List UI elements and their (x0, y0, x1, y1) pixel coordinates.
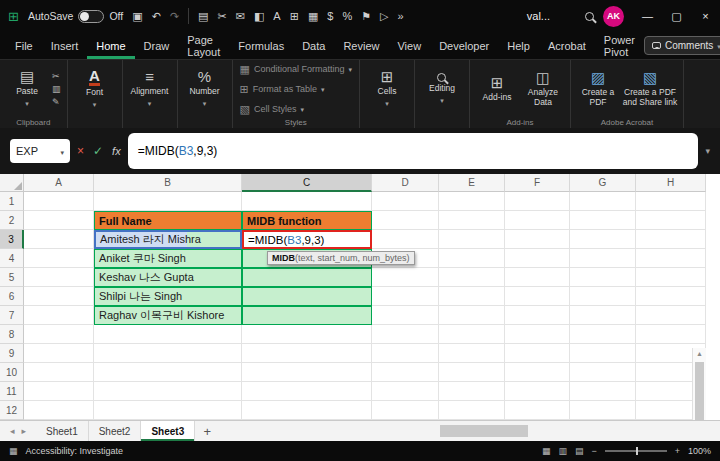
enter-formula-icon[interactable]: ✓ (93, 144, 103, 158)
column-header-a[interactable]: A (24, 174, 94, 192)
view-page-break-icon[interactable]: ▤ (575, 446, 584, 456)
menu-insert[interactable]: Insert (42, 32, 88, 59)
menu-review[interactable]: Review (334, 32, 388, 59)
tab-sheet1[interactable]: Sheet1 (36, 421, 89, 441)
app-launcher-icon[interactable]: ⊞ (8, 9, 19, 24)
cell-C3-formula[interactable]: =MIDB(B3,9,3) (242, 230, 372, 249)
percent-icon[interactable]: % (342, 10, 352, 22)
column-header-h[interactable]: H (636, 174, 706, 192)
row-header-2[interactable]: 2 (0, 211, 24, 230)
menu-power-pivot[interactable]: Power Pivot (595, 32, 644, 59)
horizontal-scroll-thumb[interactable] (440, 425, 528, 437)
cell-B3[interactable]: Amitesh 라지 Mishra (94, 230, 242, 249)
editing-button[interactable]: Editing (419, 73, 465, 106)
scroll-up-icon[interactable]: ▲ (696, 348, 703, 360)
font-color-icon[interactable]: A (273, 10, 280, 22)
row-header-4[interactable]: 4 (0, 249, 24, 268)
cut-icon[interactable]: ✂ (52, 71, 61, 81)
zoom-slider-thumb[interactable] (636, 447, 638, 455)
create-pdf-share-button[interactable]: ▧ Create a PDF and Share link (621, 70, 679, 108)
autosave-toggle[interactable]: AutoSave Off (28, 10, 123, 23)
zoom-out-icon[interactable]: − (591, 446, 596, 456)
menu-help[interactable]: Help (498, 32, 539, 59)
macro-play-icon[interactable]: ▷ (380, 10, 388, 23)
format-as-table-button[interactable]: ⊞ Format as Table (240, 81, 352, 97)
paste-button[interactable]: ▤ Paste (4, 69, 50, 109)
menu-file[interactable]: File (6, 32, 42, 59)
fill-color-icon[interactable]: ◧ (254, 10, 264, 23)
autosave-switch[interactable] (78, 10, 104, 23)
menu-view[interactable]: View (388, 32, 430, 59)
table-icon[interactable]: ▦ (308, 10, 318, 23)
cancel-formula-icon[interactable]: × (77, 144, 84, 158)
menu-formulas[interactable]: Formulas (229, 32, 293, 59)
menu-acrobat[interactable]: Acrobat (539, 32, 595, 59)
row-header-1[interactable]: 1 (0, 192, 24, 211)
row-header-12[interactable]: 12 (0, 401, 24, 420)
menu-page-layout[interactable]: Page Layout (178, 32, 229, 59)
select-all-corner[interactable] (0, 174, 24, 192)
column-header-b[interactable]: B (94, 174, 242, 192)
avatar[interactable]: AK (603, 6, 624, 27)
cell-B2[interactable]: Full Name (94, 211, 242, 230)
font-button[interactable]: A Font (72, 69, 118, 110)
minimize-button[interactable]: — (633, 0, 662, 32)
save-icon[interactable]: ▣ (132, 10, 142, 23)
number-button[interactable]: % Number (182, 69, 228, 109)
flag-icon[interactable]: ⚑ (361, 10, 371, 23)
alignment-button[interactable]: ≡ Alignment (127, 69, 173, 109)
sheet-cells[interactable]: Full Name MIDB function Amitesh 라지 Mishr… (24, 192, 706, 420)
cell-C6[interactable] (242, 287, 372, 306)
view-normal-icon[interactable]: ▦ (542, 446, 551, 456)
tab-sheet3[interactable]: Sheet3 (141, 421, 195, 441)
row-header-9[interactable]: 9 (0, 344, 24, 363)
column-header-f[interactable]: F (505, 174, 570, 192)
column-header-g[interactable]: G (570, 174, 636, 192)
cell-C5[interactable] (242, 268, 372, 287)
row-header-7[interactable]: 7 (0, 306, 24, 325)
menu-home[interactable]: Home (87, 32, 134, 59)
cell-C7[interactable] (242, 306, 372, 325)
clipboard-icon[interactable]: ▤ (198, 10, 208, 23)
search-input[interactable]: val... (527, 10, 576, 22)
formula-input[interactable]: =MIDB(B3,9,3) (128, 133, 699, 169)
copy-icon[interactable]: ▥ (52, 84, 61, 94)
zoom-in-icon[interactable]: + (675, 446, 680, 456)
overflow-icon[interactable]: » (398, 10, 404, 22)
expand-formula-bar-icon[interactable]: ▾ (705, 146, 710, 156)
zoom-level[interactable]: 100% (688, 446, 711, 456)
borders-icon[interactable]: ⊞ (290, 10, 299, 23)
cell-B7[interactable]: Raghav 이목구비 Kishore (94, 306, 242, 325)
menu-data[interactable]: Data (293, 32, 334, 59)
zoom-slider[interactable] (605, 450, 667, 452)
search-icon[interactable] (585, 12, 594, 21)
currency-icon[interactable]: $ (327, 10, 333, 22)
row-header-6[interactable]: 6 (0, 287, 24, 306)
cell-styles-button[interactable]: ▧ Cell Styles (240, 101, 352, 117)
row-header-5[interactable]: 5 (0, 268, 24, 287)
cell-B6[interactable]: Shilpi 나는 Singh (94, 287, 242, 306)
tab-sheet2[interactable]: Sheet2 (89, 421, 142, 441)
add-sheet-button[interactable]: + (195, 421, 219, 441)
tab-nav-right-icon[interactable]: ▸ (22, 426, 27, 436)
cell-C2[interactable]: MIDB function (242, 211, 372, 230)
addins-button[interactable]: ⊞ Add-ins (474, 75, 520, 103)
create-pdf-button[interactable]: ▨ Create a PDF (575, 70, 621, 108)
cut-icon[interactable]: ✂ (218, 10, 227, 23)
row-header-10[interactable]: 10 (0, 363, 24, 382)
column-header-c[interactable]: C (242, 174, 372, 192)
row-header-3[interactable]: 3 (0, 230, 24, 249)
analyze-data-button[interactable]: ◫ Analyze Data (520, 70, 566, 108)
horizontal-scrollbar[interactable] (430, 421, 720, 441)
row-header-8[interactable]: 8 (0, 325, 24, 344)
conditional-formatting-button[interactable]: ▦ Conditional Formatting (240, 61, 352, 77)
column-header-e[interactable]: E (439, 174, 505, 192)
column-header-d[interactable]: D (372, 174, 439, 192)
maximize-button[interactable]: ▢ (662, 0, 691, 32)
cells-button[interactable]: ⊞ Cells (364, 69, 410, 109)
undo-icon[interactable]: ↶ (152, 10, 161, 23)
tab-nav-left-icon[interactable]: ◂ (10, 426, 15, 436)
insert-function-icon[interactable]: fx (112, 145, 121, 157)
menu-draw[interactable]: Draw (135, 32, 179, 59)
row-header-11[interactable]: 11 (0, 382, 24, 401)
